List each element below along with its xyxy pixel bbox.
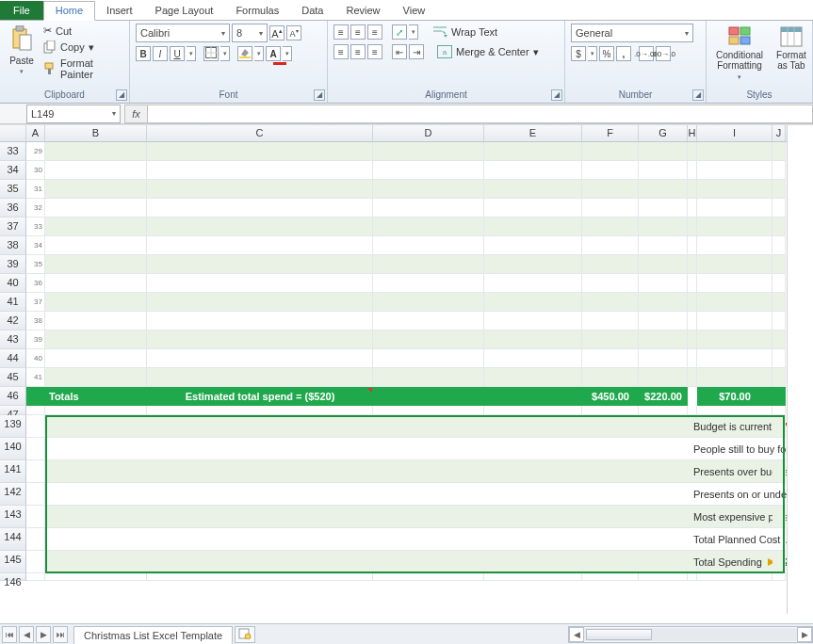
- cell[interactable]: [484, 506, 582, 528]
- row-header[interactable]: 142: [0, 483, 26, 506]
- col-header[interactable]: H: [688, 125, 697, 141]
- merge-center-button[interactable]: a Merge & Center ▾: [437, 44, 539, 59]
- row-header[interactable]: 143: [0, 506, 26, 528]
- tab-data[interactable]: Data: [290, 2, 334, 20]
- cell[interactable]: [147, 217, 373, 236]
- row-header[interactable]: 41: [0, 293, 26, 312]
- cell[interactable]: [639, 236, 688, 255]
- row-header[interactable]: 42: [0, 312, 26, 330]
- wrap-text-button[interactable]: Wrap Text: [431, 24, 498, 40]
- align-right-button[interactable]: ≡: [367, 44, 382, 59]
- cell[interactable]: [373, 506, 484, 528]
- cell[interactable]: [45, 217, 147, 236]
- cell[interactable]: [45, 506, 147, 528]
- underline-button[interactable]: U: [170, 46, 185, 61]
- cell[interactable]: [639, 438, 688, 460]
- cell[interactable]: [697, 330, 772, 349]
- last-sheet-button[interactable]: ⏭: [53, 626, 68, 643]
- cell[interactable]: [484, 551, 582, 573]
- cell[interactable]: [373, 274, 484, 293]
- cell[interactable]: [582, 180, 639, 199]
- cell[interactable]: [45, 161, 147, 180]
- fill-color-dropdown[interactable]: ▾: [254, 46, 264, 61]
- name-box[interactable]: L149▾: [26, 105, 121, 123]
- cell[interactable]: [147, 199, 373, 217]
- align-center-button[interactable]: ≡: [350, 44, 366, 59]
- col-header[interactable]: A: [26, 125, 45, 141]
- cell[interactable]: [484, 368, 582, 387]
- cell[interactable]: [484, 161, 582, 180]
- cell[interactable]: [772, 349, 786, 368]
- cell[interactable]: [45, 349, 147, 368]
- fill-color-button[interactable]: [237, 46, 252, 61]
- new-sheet-button[interactable]: [235, 626, 255, 643]
- cell[interactable]: [688, 368, 697, 387]
- insert-function-button[interactable]: fx: [124, 105, 147, 123]
- tab-page-layout[interactable]: Page Layout: [144, 2, 225, 20]
- tab-formulas[interactable]: Formulas: [224, 2, 290, 20]
- cell[interactable]: [373, 483, 484, 506]
- cell[interactable]: [373, 415, 484, 438]
- cell[interactable]: [373, 293, 484, 312]
- row-header[interactable]: 46: [0, 387, 26, 406]
- cell[interactable]: [582, 483, 639, 506]
- cell[interactable]: [639, 368, 688, 387]
- cell[interactable]: [772, 528, 786, 551]
- sheet-tab[interactable]: Christmas List Excel Template: [73, 626, 233, 645]
- cell[interactable]: [147, 293, 373, 312]
- cell[interactable]: 32: [26, 199, 45, 217]
- cell[interactable]: Presents over budget 13 / 16: [697, 460, 772, 483]
- cell[interactable]: [639, 406, 688, 415]
- cell[interactable]: [147, 551, 373, 573]
- cell[interactable]: [772, 236, 786, 255]
- cell[interactable]: [582, 255, 639, 274]
- cell[interactable]: [45, 438, 147, 460]
- cell[interactable]: [772, 460, 786, 483]
- cell[interactable]: [147, 438, 373, 460]
- cell[interactable]: [373, 573, 484, 581]
- cell[interactable]: [697, 255, 772, 274]
- cell[interactable]: [147, 161, 373, 180]
- cell[interactable]: [582, 217, 639, 236]
- cell[interactable]: [688, 274, 697, 293]
- cell[interactable]: [147, 483, 373, 506]
- copy-button[interactable]: Copy ▾: [43, 40, 123, 55]
- cell[interactable]: [484, 387, 582, 406]
- cell[interactable]: [373, 161, 484, 180]
- format-as-table-button[interactable]: Formatas Tab: [772, 24, 810, 88]
- cell[interactable]: [45, 573, 147, 581]
- cell[interactable]: [582, 528, 639, 551]
- cell[interactable]: Budget is currently $70: [697, 415, 772, 438]
- cell[interactable]: [484, 438, 582, 460]
- cell[interactable]: [582, 460, 639, 483]
- cell[interactable]: 34: [26, 236, 45, 255]
- cell[interactable]: [45, 142, 147, 161]
- cell[interactable]: [45, 255, 147, 274]
- cell[interactable]: [772, 255, 786, 274]
- cell[interactable]: [639, 460, 688, 483]
- comma-format-button[interactable]: ,: [616, 46, 631, 61]
- cell[interactable]: [582, 438, 639, 460]
- paste-button[interactable]: Paste ▾: [6, 24, 38, 88]
- cell[interactable]: [484, 349, 582, 368]
- cell[interactable]: [147, 349, 373, 368]
- cell[interactable]: [688, 161, 697, 180]
- bold-button[interactable]: B: [136, 46, 151, 61]
- cell[interactable]: [45, 199, 147, 217]
- cell[interactable]: [45, 415, 147, 438]
- col-header[interactable]: J: [772, 125, 786, 141]
- cell[interactable]: [639, 551, 688, 573]
- cell[interactable]: [45, 551, 147, 573]
- first-sheet-button[interactable]: ⏮: [2, 626, 17, 643]
- font-color-dropdown[interactable]: ▾: [283, 46, 292, 61]
- cell[interactable]: [697, 236, 772, 255]
- cell[interactable]: [697, 180, 772, 199]
- cell[interactable]: [688, 312, 697, 330]
- row-header[interactable]: 145: [0, 551, 26, 573]
- cell[interactable]: [373, 312, 484, 330]
- cell[interactable]: 33: [26, 217, 45, 236]
- cell[interactable]: 29: [26, 142, 45, 161]
- cell[interactable]: 40: [26, 349, 45, 368]
- cell[interactable]: [373, 255, 484, 274]
- cell[interactable]: [582, 330, 639, 349]
